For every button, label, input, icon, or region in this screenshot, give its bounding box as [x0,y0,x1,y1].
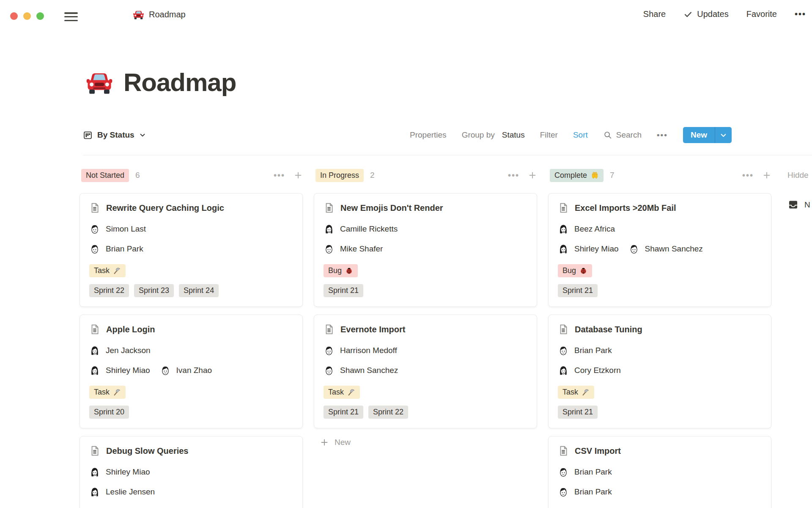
back-button[interactable]: path d="M13 4.5 5.5 12l7.5 7.5M6 12h17" … [89,10,101,20]
tag-label: Task [328,388,344,397]
long-hair-avatar-icon [324,224,335,235]
card-tags-row: Bug [324,264,527,277]
card-people-row: Leslie Jensen [89,486,293,498]
card-tags-row: Task [324,386,527,399]
long-hair-avatar-icon [558,365,569,376]
person-name: Cory Etzkorn [574,366,621,375]
share-button[interactable]: Share [643,9,666,19]
more-options-button[interactable]: ••• [795,9,806,19]
column-new-card-button[interactable]: New [320,438,537,447]
column-status-badge[interactable]: In Progress [315,169,364,182]
board-card[interactable]: Apple LoginJen JacksonShirley MiaoIvan Z… [80,315,303,428]
search-button[interactable]: Search [603,130,642,140]
breadcrumb[interactable]: Roadmap [133,9,186,20]
sprint-badge: Sprint 21 [558,406,598,419]
column-add-button[interactable] [294,171,303,180]
column-add-button[interactable] [528,171,537,180]
card-title: New Emojis Don't Render [340,203,443,213]
new-button-group: New [683,127,732,143]
window-minimize-button[interactable] [23,12,31,20]
ellipsis-icon: ••• [657,130,668,140]
card-title-row: Evernote Import [324,324,527,335]
person-name: Shawn Sanchez [645,244,703,254]
card-people-row: Shirley Miao [89,466,293,478]
filter-button[interactable]: Filter [540,130,558,140]
column-status-badge[interactable]: Not Started [81,169,129,182]
person-name: Camille Ricketts [340,224,398,234]
card-sprints-row: Sprint 20 [89,406,293,419]
car-emoji[interactable] [85,69,113,97]
search-icon [603,130,612,140]
tag-label: Bug [562,266,576,275]
new-dropdown-button[interactable] [715,127,732,143]
card-people-row: Brian Park [558,466,762,478]
forward-button[interactable]: path d="M15 4.5 22.5 12 15 19.5M22 12H5"… [110,10,122,20]
hidden-column-item[interactable]: N [787,199,812,210]
plus-icon [762,171,771,180]
updates-button[interactable]: Updates [683,9,729,19]
plus-icon [528,171,537,180]
raised-hands-emoji [591,171,599,179]
board-card[interactable]: Database TuningBrian ParkCory EtzkornTas… [548,315,771,428]
page-icon [324,324,335,335]
new-button[interactable]: New [683,127,715,143]
card-title: Database Tuning [575,325,642,334]
board-column: In Progress2•••New Emojis Don't RenderCa… [314,168,537,508]
column-more-button[interactable]: ••• [274,171,285,180]
card-title-row: Database Tuning [558,324,762,335]
page-icon [558,202,569,213]
person-name: Harrison Medoff [340,346,397,355]
tag-label: Bug [328,266,342,275]
person-name: Beez Africa [574,224,615,234]
board-card[interactable]: Debug Slow QueriesShirley MiaoLeslie Jen… [80,436,303,508]
favorite-button[interactable]: Favorite [746,9,777,19]
page-title: Roadmap [123,68,236,97]
sort-button[interactable]: Sort [573,130,588,140]
column-header-actions: ••• [742,171,771,180]
tag-badge: Bug [324,264,358,277]
sidebar-toggle-button[interactable] [64,12,78,21]
properties-button[interactable]: Properties [410,130,447,140]
ellipsis-icon: ••• [795,9,806,19]
card-title-row: CSV Import [558,445,762,456]
card-title-row: Excel Imports >20Mb Fail [558,202,762,213]
plus-icon [294,171,303,180]
board-card[interactable]: Evernote ImportHarrison MedoffShawn Sanc… [314,315,537,428]
person-name: Ivan Zhao [176,366,212,375]
toolbar-more-button[interactable]: ••• [657,130,668,140]
view-name: By Status [97,130,134,140]
board-card[interactable]: Excel Imports >20Mb FailBeez AfricaShirl… [548,193,771,307]
card-people-row: Jen Jackson [89,344,293,357]
car-emoji [133,9,144,20]
window-close-button[interactable] [10,12,18,20]
column-add-button[interactable] [762,171,771,180]
view-switcher[interactable]: By Status [83,130,146,140]
board-columns: Not Started6•••Rewrite Query Caching Log… [80,168,771,508]
hamburger-icon [64,12,78,14]
card-title-row: New Emojis Don't Render [324,202,527,213]
sprint-badge: Sprint 20 [89,406,129,419]
column-more-button[interactable]: ••• [508,171,519,180]
chevron-down-icon [139,132,146,138]
board-card[interactable]: Rewrite Query Caching LogicSimon LastBri… [80,193,303,307]
group-by-button[interactable]: Group byStatus [462,130,525,140]
card-tags-row: Bug [558,264,762,277]
person-name: Mike Shafer [340,244,383,254]
sprint-badge: Sprint 21 [324,284,363,297]
card-sprints-row: Sprint 21 [324,284,527,297]
column-more-button[interactable]: ••• [742,171,754,180]
tag-label: Task [562,388,578,397]
board-card[interactable]: CSV ImportBrian ParkBrian Park [548,436,771,508]
sprint-badge: Sprint 22 [89,284,129,297]
board-card[interactable]: New Emojis Don't RenderCamille RickettsM… [314,193,537,307]
hidden-columns-header: Hidde [787,168,812,182]
new-card-label: New [335,438,351,447]
column-status-badge[interactable]: Complete [550,169,604,182]
window-controls [10,12,44,20]
kanban-board: Not Started6•••Rewrite Query Caching Log… [80,168,771,508]
column-status-label: Not Started [86,171,124,180]
window-zoom-button[interactable] [36,12,44,20]
card-title: Apple Login [106,325,155,334]
short-hair-avatar-icon [628,243,639,254]
column-header: Complete7••• [548,168,771,182]
